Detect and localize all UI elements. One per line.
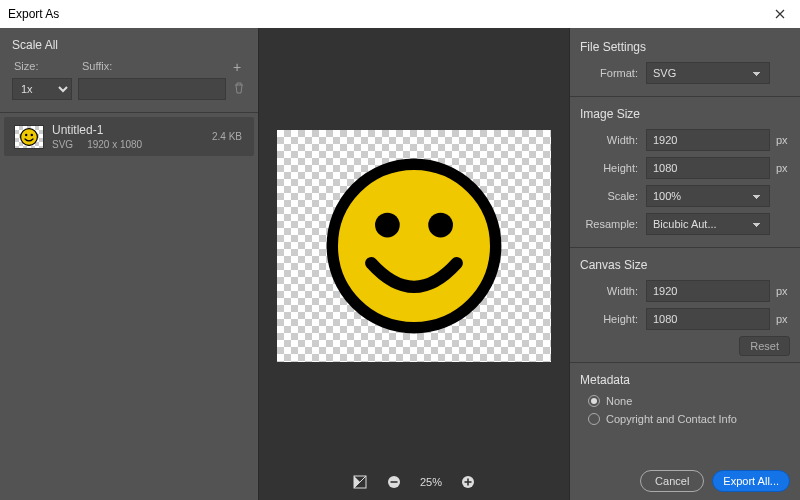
- color-proof-icon[interactable]: [352, 474, 368, 490]
- svg-point-3: [332, 164, 495, 327]
- scale-select[interactable]: 100%: [646, 185, 770, 207]
- asset-filesize: 2.4 KB: [212, 131, 242, 142]
- asset-dims: 1920 x 1080: [87, 139, 142, 150]
- img-width-label: Width:: [580, 134, 646, 146]
- metadata-heading: Metadata: [580, 373, 790, 387]
- svg-point-1: [25, 133, 27, 135]
- resample-select[interactable]: Bicubic Aut...: [646, 213, 770, 235]
- resample-label: Resample:: [580, 218, 646, 230]
- canvas-size-section: Canvas Size Width: px Height: px Reset: [580, 254, 790, 356]
- export-all-button[interactable]: Export All...: [712, 470, 790, 492]
- radio-unselected-icon: [588, 413, 600, 425]
- scale-all-section: Scale All Size: Suffix: + 1x: [0, 28, 258, 104]
- zoom-in-button[interactable]: [460, 474, 476, 490]
- canvas-size-heading: Canvas Size: [580, 258, 790, 272]
- metadata-none-row[interactable]: None: [588, 395, 790, 407]
- svg-point-5: [428, 213, 453, 238]
- px-unit: px: [770, 134, 790, 146]
- preview-stage: [259, 28, 569, 464]
- metadata-copyright-row[interactable]: Copyright and Contact Info: [588, 413, 790, 425]
- px-unit: px: [770, 285, 790, 297]
- canvas-width-label: Width:: [580, 285, 646, 297]
- canvas-height-input[interactable]: [646, 308, 770, 330]
- metadata-none-label: None: [606, 395, 632, 407]
- canvas-height-label: Height:: [580, 313, 646, 325]
- titlebar: Export As: [0, 0, 800, 28]
- right-panel: File Settings Format: SVG Image Size Wid…: [570, 28, 800, 500]
- image-size-heading: Image Size: [580, 107, 790, 121]
- main-area: Scale All Size: Suffix: + 1x Untitled-1: [0, 28, 800, 500]
- svg-rect-8: [390, 481, 397, 483]
- asset-name: Untitled-1: [52, 123, 212, 137]
- canvas-width-input[interactable]: [646, 280, 770, 302]
- cancel-button[interactable]: Cancel: [640, 470, 704, 492]
- reset-button[interactable]: Reset: [739, 336, 790, 356]
- preview-canvas: [277, 130, 551, 362]
- left-panel: Scale All Size: Suffix: + 1x Untitled-1: [0, 28, 258, 500]
- format-label: Format:: [580, 67, 646, 79]
- img-width-input[interactable]: [646, 129, 770, 151]
- size-select[interactable]: 1x: [12, 78, 72, 100]
- add-scale-button[interactable]: +: [228, 60, 246, 74]
- zoom-out-button[interactable]: [386, 474, 402, 490]
- radio-selected-icon: [588, 395, 600, 407]
- metadata-copyright-label: Copyright and Contact Info: [606, 413, 737, 425]
- asset-format: SVG: [52, 139, 73, 150]
- px-unit: px: [770, 313, 790, 325]
- svg-rect-11: [467, 479, 469, 486]
- scale-label: Scale:: [580, 190, 646, 202]
- px-unit: px: [770, 162, 790, 174]
- suffix-label: Suffix:: [82, 60, 228, 74]
- asset-thumbnail: [14, 125, 44, 149]
- image-size-section: Image Size Width: px Height: px Scale: 1…: [580, 103, 790, 241]
- close-button[interactable]: [760, 0, 800, 28]
- suffix-input[interactable]: [78, 78, 226, 100]
- scale-all-heading: Scale All: [12, 38, 246, 52]
- size-label: Size:: [12, 60, 82, 74]
- file-settings-heading: File Settings: [580, 40, 790, 54]
- footer-buttons: Cancel Export All...: [640, 470, 790, 492]
- format-select[interactable]: SVG: [646, 62, 770, 84]
- preview-image: [319, 151, 509, 341]
- metadata-section: Metadata None Copyright and Contact Info: [580, 369, 790, 431]
- svg-point-0: [21, 128, 38, 145]
- preview-panel: 25%: [258, 28, 570, 500]
- window-title: Export As: [8, 7, 59, 21]
- close-icon: [775, 9, 785, 19]
- trash-icon[interactable]: [232, 80, 246, 98]
- img-height-input[interactable]: [646, 157, 770, 179]
- svg-point-2: [31, 133, 33, 135]
- file-settings-section: File Settings Format: SVG: [580, 36, 790, 90]
- zoom-level: 25%: [420, 476, 442, 488]
- zoom-bar: 25%: [259, 464, 569, 500]
- img-height-label: Height:: [580, 162, 646, 174]
- asset-row[interactable]: Untitled-1 SVG 1920 x 1080 2.4 KB: [4, 117, 254, 156]
- svg-point-4: [375, 213, 400, 238]
